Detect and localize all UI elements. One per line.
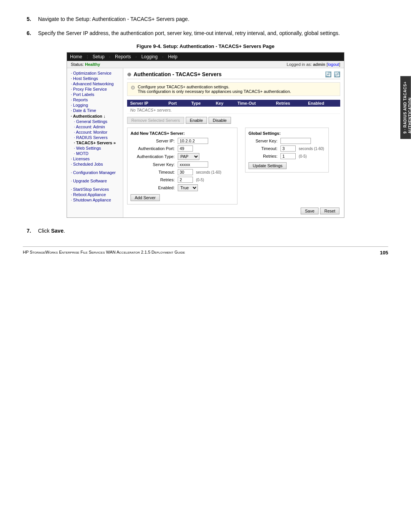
enabled-row: Enabled: True False	[131, 184, 234, 191]
sidebar-item-account-admin[interactable]: · Account: Admin	[67, 124, 123, 129]
auth-type-row: Authentication Type: PAP CHAP ASCII	[131, 153, 234, 160]
step-5: 5. Navigate to the Setup: Authentication…	[23, 15, 388, 23]
logout-link[interactable]: logout	[328, 62, 339, 67]
login-info: Logged in as: admin [logout]	[287, 62, 340, 67]
sidebar-item-reports[interactable]: · Reports	[67, 97, 123, 102]
global-retries-label: Retries:	[249, 154, 279, 158]
no-data-row: No TACACS+ servers.	[127, 107, 340, 114]
status-label-text: Status: Healthy	[71, 62, 100, 67]
sidebar-item-radius[interactable]: · RADIUS Servers	[67, 135, 123, 140]
save-button[interactable]: Save	[301, 208, 319, 214]
refresh-icon[interactable]: 🔃	[334, 71, 340, 77]
sidebar-item-account-monitor[interactable]: · Account: Monitor	[67, 129, 123, 135]
step-6-number: 6.	[27, 29, 31, 37]
nav-bar: Home : Setup · Reports · Logging · Help	[67, 53, 344, 61]
page-footer: HP StorageWorks Enterprise File Services…	[23, 246, 388, 256]
sidebar-item-proxy[interactable]: · Proxy File Service	[67, 86, 123, 92]
update-settings-button[interactable]: Update Settings	[249, 162, 287, 169]
disable-button[interactable]: Disable	[209, 117, 231, 124]
retries-row: Retries: (0-5)	[131, 177, 234, 183]
col-timeout: Time-Out	[234, 100, 273, 107]
nav-reports[interactable]: Reports	[115, 54, 131, 59]
global-timeout-input[interactable]	[280, 145, 296, 152]
step-5-number: 5.	[27, 15, 31, 23]
sidebar-item-startstop[interactable]: · Start/Stop Services	[67, 187, 123, 192]
sidebar-item-motd[interactable]: · MOTD	[67, 151, 123, 156]
col-server-ip: Server IP	[127, 100, 166, 107]
global-timeout-hint: seconds (1-60)	[299, 147, 324, 151]
enable-button[interactable]: Enable	[186, 117, 207, 124]
step-7-text: Click Save.	[38, 228, 65, 234]
col-retries: Retries	[273, 100, 305, 107]
server-ip-input[interactable]	[178, 138, 208, 144]
timeout-hint: seconds (1-60)	[196, 170, 221, 174]
col-key: Key	[213, 100, 234, 107]
step-6-text: Specify the Server IP address, the authe…	[38, 30, 340, 36]
step-6: 6. Specify the Server IP address, the au…	[23, 29, 388, 37]
global-timeout-label: Timeout:	[249, 146, 279, 151]
sidebar-item-logging[interactable]: · Logging	[67, 102, 123, 108]
sidebar-item-scheduled[interactable]: · Scheduled Jobs	[67, 161, 123, 167]
form-columns: Add New TACACS+ Server: Server IP: Authe…	[127, 128, 340, 204]
content-area: ⊕ Authentication - TACACS+ Servers 🔄 🔃 ⚙…	[123, 68, 344, 217]
sidebar-item-web[interactable]: · Web Settings	[67, 145, 123, 151]
sidebar-item-upgrade[interactable]: · Upgrade Software	[67, 178, 123, 184]
sidebar-item-config-mgr[interactable]: · Configuration Manager	[67, 170, 123, 175]
sidebar-item-authentication[interactable]: · Authentication ↓	[67, 113, 123, 119]
sidebar-item-portlabels[interactable]: · Port Labels	[67, 92, 123, 97]
page-title-text: Authentication - TACACS+ Servers	[134, 71, 221, 77]
auth-port-input[interactable]	[178, 145, 193, 152]
global-retries-input[interactable]	[280, 153, 296, 159]
nav-home[interactable]: Home	[70, 54, 82, 59]
global-retries-row: Retries: (0-5)	[249, 153, 325, 159]
global-server-key-row: Server Key:	[249, 138, 325, 144]
screenshot-container: Home : Setup · Reports · Logging · Help …	[67, 52, 344, 218]
server-ip-label: Server IP:	[131, 139, 176, 143]
nav-logging[interactable]: Logging	[141, 54, 158, 59]
timeout-row: Timeout: seconds (1-60)	[131, 169, 234, 175]
step-5-text: Navigate to the Setup: Authentication - …	[38, 16, 190, 22]
add-server-button[interactable]: Add Server	[131, 194, 160, 201]
retries-label: Retries:	[131, 177, 176, 182]
info-box: ⚙ Configure your TACACS+ authentication …	[127, 82, 340, 96]
col-type: Type	[188, 100, 212, 107]
global-server-key-input[interactable]	[280, 138, 311, 144]
info-icon: ⚙	[131, 85, 135, 91]
global-settings-form: Global Settings: Server Key: Timeout: se…	[245, 128, 329, 173]
sidebar-item-general[interactable]: · General Settings	[67, 119, 123, 124]
save-reset-row: Save Reset	[127, 208, 340, 214]
status-value: Healthy	[85, 62, 100, 67]
global-settings-title: Global Settings:	[249, 131, 325, 136]
server-key-label: Server Key:	[131, 162, 176, 167]
toolbar-row: Remove Selected Servers Enable Disable	[127, 117, 340, 124]
nav-setup[interactable]: Setup	[92, 54, 104, 59]
sidebar-item-datetime[interactable]: · Date & Time	[67, 108, 123, 113]
sidebar: · Optimization Service · Host Settings ·…	[67, 68, 123, 217]
nav-help[interactable]: Help	[168, 54, 178, 59]
retries-input[interactable]	[178, 177, 193, 183]
figure-caption: Figure 9-4. Setup: Authentication - TACA…	[23, 43, 388, 49]
server-key-input[interactable]	[178, 161, 208, 168]
reset-button[interactable]: Reset	[320, 208, 339, 214]
sidebar-item-tacacs[interactable]: · TACACS+ Servers »	[67, 140, 123, 145]
sidebar-item-shutdown[interactable]: · Shutdown Appliance	[67, 197, 123, 203]
timeout-input[interactable]	[178, 169, 193, 175]
add-server-form: Add New TACACS+ Server: Server IP: Authe…	[127, 128, 237, 204]
sidebar-item-networking[interactable]: · Advanced Networking	[67, 81, 123, 86]
remove-servers-button[interactable]: Remove Selected Servers	[127, 117, 184, 124]
col-port: Port	[166, 100, 188, 107]
sidebar-item-reboot[interactable]: · Reboot Appliance	[67, 192, 123, 197]
page-title-icon: ⊕	[127, 72, 131, 77]
auth-type-select[interactable]: PAP CHAP ASCII	[178, 153, 199, 160]
main-layout: · Optimization Service · Host Settings ·…	[67, 68, 344, 217]
sidebar-item-licenses[interactable]: · Licenses	[67, 156, 123, 161]
enabled-select[interactable]: True False	[178, 184, 198, 191]
global-timeout-row: Timeout: seconds (1-60)	[249, 145, 325, 152]
auth-type-label: Authentication Type:	[131, 154, 176, 159]
sidebar-item-host[interactable]: · Host Settings	[67, 76, 123, 81]
server-ip-row: Server IP:	[131, 138, 234, 144]
auth-port-label: Authentication Port:	[131, 146, 176, 151]
sidebar-item-optimization[interactable]: · Optimization Service	[67, 70, 123, 76]
help-icon[interactable]: 🔄	[325, 71, 331, 77]
add-server-title: Add New TACACS+ Server:	[131, 131, 234, 136]
